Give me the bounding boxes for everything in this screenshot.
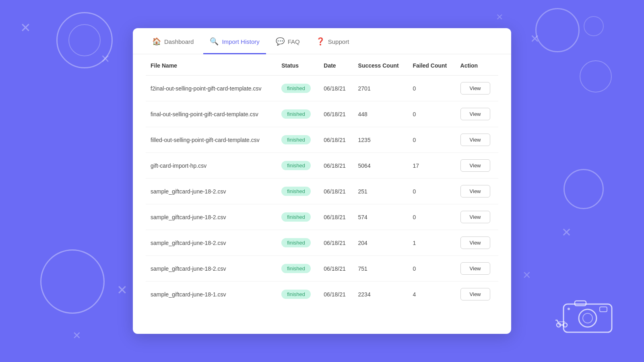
cell-action: View	[456, 101, 498, 127]
cell-status: finished	[277, 153, 319, 179]
col-file-name: File Name	[146, 54, 277, 76]
cell-success-count: 251	[353, 179, 408, 204]
status-badge: finished	[281, 161, 311, 170]
nav-tabs: 🏠 Dashboard 🔍 Import History 💬 FAQ ❓ Sup…	[133, 28, 511, 54]
cell-status: finished	[277, 204, 319, 230]
status-badge: finished	[281, 238, 311, 247]
cell-success-count: 448	[353, 101, 408, 127]
status-badge: finished	[281, 212, 311, 222]
table-row: sample_giftcard-june-18-2.csv finished 0…	[146, 179, 498, 204]
cell-action: View	[456, 256, 498, 282]
col-date: Date	[319, 54, 353, 76]
cell-success-count: 1235	[353, 127, 408, 153]
cell-date: 06/18/21	[319, 256, 353, 282]
status-badge: finished	[281, 187, 311, 196]
view-button[interactable]: View	[460, 262, 490, 275]
view-button[interactable]: View	[460, 82, 490, 95]
cell-file-name: filled-out-selling-point-gift-card-templ…	[146, 127, 277, 153]
view-button[interactable]: View	[460, 211, 490, 223]
tab-import-history-label: Import History	[222, 38, 259, 45]
cell-file-name: sample_giftcard-june-18-1.csv	[146, 282, 277, 307]
svg-point-6	[557, 323, 561, 327]
cell-file-name: sample_giftcard-june-18-2.csv	[146, 256, 277, 282]
svg-point-5	[568, 308, 570, 310]
table-container: File Name Status Date Success Count Fail…	[133, 54, 511, 320]
home-icon: 🏠	[152, 37, 161, 46]
view-button[interactable]: View	[460, 185, 490, 197]
cell-action: View	[456, 230, 498, 256]
cell-date: 06/18/21	[319, 204, 353, 230]
cell-date: 06/18/21	[319, 101, 353, 127]
tab-dashboard-label: Dashboard	[164, 38, 194, 45]
cell-status: finished	[277, 101, 319, 127]
col-status: Status	[277, 54, 319, 76]
cell-action: View	[456, 127, 498, 153]
col-action: Action	[456, 54, 498, 76]
col-success-count: Success Count	[353, 54, 408, 76]
svg-point-7	[563, 323, 567, 327]
cell-status: finished	[277, 76, 319, 101]
table-row: sample_giftcard-june-18-2.csv finished 0…	[146, 230, 498, 256]
svg-rect-0	[564, 304, 612, 332]
cell-failed-count: 4	[408, 282, 455, 307]
view-button[interactable]: View	[460, 288, 490, 300]
cell-file-name: f2inal-out-selling-point-gift-card-templ…	[146, 76, 277, 101]
cell-success-count: 2234	[353, 282, 408, 307]
tab-import-history[interactable]: 🔍 Import History	[203, 28, 266, 54]
cell-success-count: 751	[353, 256, 408, 282]
cell-file-name: final-out-selling-point-gift-card-templa…	[146, 101, 277, 127]
cell-failed-count: 0	[408, 204, 455, 230]
col-failed-count: Failed Count	[408, 54, 455, 76]
view-button[interactable]: View	[460, 108, 490, 120]
cell-date: 06/18/21	[319, 153, 353, 179]
cell-failed-count: 0	[408, 101, 455, 127]
main-card: 🏠 Dashboard 🔍 Import History 💬 FAQ ❓ Sup…	[133, 28, 511, 334]
cell-status: finished	[277, 230, 319, 256]
cell-status: finished	[277, 127, 319, 153]
cell-date: 06/18/21	[319, 230, 353, 256]
view-button[interactable]: View	[460, 159, 490, 172]
cell-failed-count: 17	[408, 153, 455, 179]
table-row: final-out-selling-point-gift-card-templa…	[146, 101, 498, 127]
table-row: f2inal-out-selling-point-gift-card-templ…	[146, 76, 498, 101]
cell-failed-count: 0	[408, 127, 455, 153]
svg-rect-4	[600, 307, 607, 312]
table-row: sample_giftcard-june-18-1.csv finished 0…	[146, 282, 498, 307]
cell-action: View	[456, 76, 498, 101]
svg-rect-3	[575, 301, 586, 306]
cell-success-count: 574	[353, 204, 408, 230]
cell-success-count: 2701	[353, 76, 408, 101]
svg-point-2	[583, 313, 592, 323]
status-badge: finished	[281, 84, 311, 93]
cell-action: View	[456, 282, 498, 307]
question-icon: ❓	[316, 37, 325, 46]
tab-support[interactable]: ❓ Support	[310, 28, 356, 54]
cell-success-count: 5064	[353, 153, 408, 179]
cell-failed-count: 0	[408, 256, 455, 282]
status-badge: finished	[281, 135, 311, 144]
view-button[interactable]: View	[460, 237, 490, 249]
tab-faq-label: FAQ	[288, 38, 300, 45]
cell-date: 06/18/21	[319, 76, 353, 101]
import-history-table: File Name Status Date Success Count Fail…	[146, 54, 498, 307]
cell-failed-count: 0	[408, 179, 455, 204]
cell-success-count: 204	[353, 230, 408, 256]
cell-action: View	[456, 179, 498, 204]
cell-status: finished	[277, 256, 319, 282]
table-header-row: File Name Status Date Success Count Fail…	[146, 54, 498, 76]
tab-faq[interactable]: 💬 FAQ	[269, 28, 306, 54]
status-badge: finished	[281, 290, 311, 299]
table-row: gift-card-import-hp.csv finished 06/18/2…	[146, 153, 498, 179]
search-icon: 🔍	[210, 37, 219, 46]
tab-support-label: Support	[328, 38, 349, 45]
cell-file-name: sample_giftcard-june-18-2.csv	[146, 204, 277, 230]
tab-dashboard[interactable]: 🏠 Dashboard	[146, 28, 200, 54]
view-button[interactable]: View	[460, 134, 490, 146]
table-row: sample_giftcard-june-18-2.csv finished 0…	[146, 256, 498, 282]
cell-date: 06/18/21	[319, 282, 353, 307]
cell-action: View	[456, 204, 498, 230]
chat-icon: 💬	[276, 37, 285, 46]
table-row: filled-out-selling-point-gift-card-templ…	[146, 127, 498, 153]
svg-point-1	[579, 309, 597, 327]
cell-status: finished	[277, 179, 319, 204]
